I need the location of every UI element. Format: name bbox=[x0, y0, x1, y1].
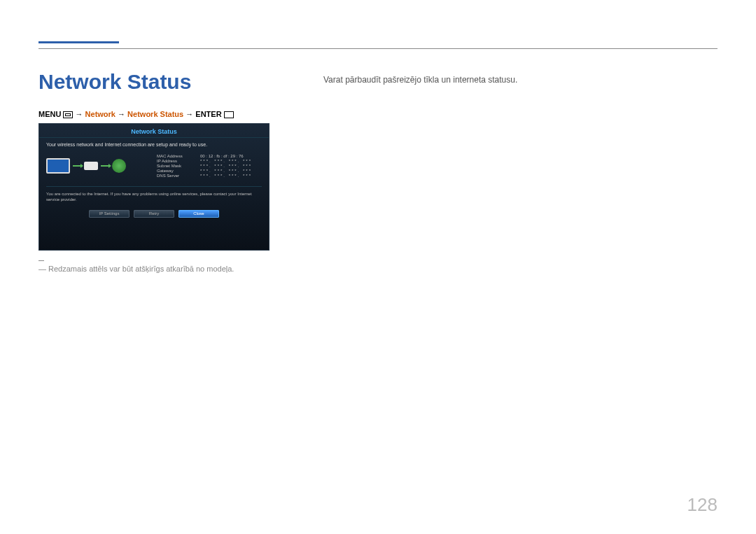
osd-status-message: Your wireless network and Internet conne… bbox=[39, 138, 269, 153]
osd-screenshot: Network Status Your wireless network and… bbox=[38, 123, 270, 251]
breadcrumb: MENU → Network → Network Status → ENTER bbox=[38, 110, 234, 118]
breadcrumb-network-status: Network Status bbox=[127, 110, 183, 118]
connection-arrow-icon bbox=[101, 165, 109, 167]
ip-settings-button[interactable]: IP Settings bbox=[89, 210, 130, 218]
arrow-icon: → bbox=[186, 110, 193, 118]
breadcrumb-enter: ENTER bbox=[195, 110, 221, 118]
router-icon bbox=[84, 162, 98, 170]
detail-value: ***. ***. ***. *** bbox=[192, 164, 262, 168]
globe-icon bbox=[112, 159, 126, 173]
osd-title: Network Status bbox=[39, 124, 269, 138]
detail-label: Subnet Mask bbox=[157, 164, 192, 168]
detail-value: ***. ***. ***. *** bbox=[192, 159, 262, 163]
detail-ip: IP Address ***. ***. ***. *** bbox=[157, 159, 262, 163]
osd-button-row: IP Settings Retry Close bbox=[39, 210, 269, 218]
osd-divider bbox=[46, 186, 262, 187]
close-button[interactable]: Close bbox=[178, 210, 219, 218]
detail-gateway: Gateway ***. ***. ***. *** bbox=[157, 169, 262, 173]
page-title: Network Status bbox=[38, 70, 191, 94]
detail-value: 00 : 12 : fb : df : 29 : 76 bbox=[192, 154, 262, 158]
detail-label: MAC Address bbox=[157, 154, 192, 158]
note-dash bbox=[38, 260, 44, 261]
detail-subnet: Subnet Mask ***. ***. ***. *** bbox=[157, 164, 262, 168]
retry-button[interactable]: Retry bbox=[134, 210, 174, 218]
header-divider bbox=[38, 48, 718, 49]
arrow-icon: → bbox=[118, 110, 125, 118]
osd-connection-row: MAC Address 00 : 12 : fb : df : 29 : 76 … bbox=[39, 153, 269, 183]
note-text-content: Redzamais attēls var būt atšķirīgs atkar… bbox=[48, 265, 234, 273]
breadcrumb-menu: MENU bbox=[38, 110, 61, 118]
arrow-icon: → bbox=[76, 110, 83, 118]
tv-icon bbox=[46, 158, 70, 174]
detail-value: ***. ***. ***. *** bbox=[192, 174, 262, 178]
detail-label: DNS Server bbox=[157, 174, 192, 178]
osd-network-details: MAC Address 00 : 12 : fb : df : 29 : 76 … bbox=[129, 154, 262, 178]
page-description: Varat pārbaudīt pašreizējo tīkla un inte… bbox=[323, 75, 517, 85]
connection-arrow-icon bbox=[73, 165, 81, 167]
image-note: ― Redzamais attēls var būt atšķirīgs atk… bbox=[38, 265, 234, 273]
accent-line bbox=[38, 41, 119, 43]
detail-label: Gateway bbox=[157, 169, 192, 173]
breadcrumb-network: Network bbox=[85, 110, 115, 118]
menu-icon bbox=[63, 111, 73, 118]
detail-value: ***. ***. ***. *** bbox=[192, 169, 262, 173]
detail-dns: DNS Server ***. ***. ***. *** bbox=[157, 174, 262, 178]
detail-label: IP Address bbox=[157, 159, 192, 163]
enter-icon bbox=[224, 111, 234, 118]
page-number: 128 bbox=[687, 494, 718, 516]
detail-mac: MAC Address 00 : 12 : fb : df : 29 : 76 bbox=[157, 154, 262, 158]
osd-info-text: You are connected to the Internet. If yo… bbox=[39, 191, 269, 210]
